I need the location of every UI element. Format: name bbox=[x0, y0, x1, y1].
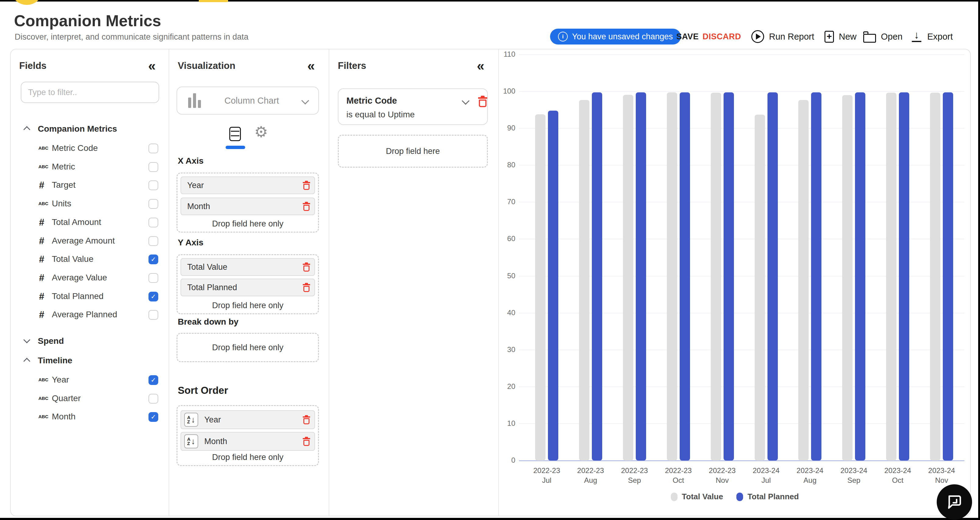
text-type-icon: ABC bbox=[38, 201, 48, 206]
field-checkbox-total-amount[interactable] bbox=[148, 218, 158, 227]
open-label: Open bbox=[881, 32, 902, 42]
field-checkbox-total-value[interactable]: ✓ bbox=[148, 254, 158, 264]
field-checkbox-units[interactable] bbox=[148, 199, 158, 209]
remove-field-trash-icon[interactable] bbox=[303, 437, 310, 446]
run-report-button[interactable]: Run Report bbox=[751, 29, 814, 45]
pill-year[interactable]: AZ↓Year bbox=[180, 410, 315, 429]
new-button[interactable]: New bbox=[824, 29, 856, 45]
legend-item-total-planned[interactable]: Total Planned bbox=[737, 492, 799, 501]
page-subtitle: Discover, interpret, and communicate sig… bbox=[14, 32, 248, 42]
bar-total-planned-8 bbox=[899, 92, 909, 461]
field-item-average-planned: Average Planned bbox=[52, 310, 117, 320]
field-checkbox-month[interactable]: ✓ bbox=[148, 412, 158, 422]
field-checkbox-year[interactable]: ✓ bbox=[148, 375, 158, 385]
sort-order-drop-hint: Drop field here only bbox=[177, 453, 318, 462]
field-checkbox-average-value[interactable] bbox=[148, 273, 158, 283]
pill-label: Year bbox=[187, 181, 303, 190]
y-tick-100: 100 bbox=[476, 87, 515, 95]
x-label-7: 2023-24Sep bbox=[831, 466, 877, 485]
remove-field-trash-icon[interactable] bbox=[303, 283, 310, 292]
x-axis-drop-zone[interactable]: Drop field here only YearMonth bbox=[177, 173, 319, 232]
filter-delete-trash-icon[interactable] bbox=[478, 96, 487, 108]
window-bottom-edge bbox=[0, 518, 980, 520]
field-group-timeline[interactable]: Timeline bbox=[38, 356, 72, 366]
field-group-companion-metrics[interactable]: Companion Metrics bbox=[38, 124, 117, 134]
y-tick-20: 20 bbox=[476, 382, 515, 391]
bar-total-value-6 bbox=[798, 100, 809, 461]
tab-settings gear-icon[interactable]: ⚙ bbox=[254, 124, 268, 140]
y-axis-section-label: Y Axis bbox=[178, 238, 204, 248]
export-button[interactable]: Export bbox=[911, 29, 953, 45]
chevron-down-icon bbox=[301, 97, 309, 104]
field-checkbox-average-amount[interactable] bbox=[148, 236, 158, 246]
field-checkbox-target[interactable] bbox=[148, 180, 158, 190]
pill-month[interactable]: Month bbox=[180, 197, 315, 215]
open-button[interactable]: Open bbox=[863, 29, 902, 45]
bar-total-planned-6 bbox=[811, 92, 821, 461]
chart-type-value: Column Chart bbox=[201, 96, 302, 106]
field-item-average-amount: Average Amount bbox=[52, 236, 115, 246]
field-checkbox-metric[interactable] bbox=[148, 162, 158, 172]
sort-direction-button[interactable]: AZ↓ bbox=[184, 434, 198, 448]
remove-field-trash-icon[interactable] bbox=[303, 262, 310, 272]
discard-button[interactable]: DISCARD bbox=[703, 29, 741, 45]
x-label-8: 2023-24Oct bbox=[875, 466, 921, 485]
x-label-6: 2023-24Aug bbox=[787, 466, 833, 485]
field-item-quarter: Quarter bbox=[52, 393, 81, 403]
filters-drop-zone[interactable]: Drop field here bbox=[338, 135, 488, 168]
save-button[interactable]: SAVE bbox=[676, 29, 699, 45]
filter-expand-chevron-icon[interactable] bbox=[461, 97, 469, 105]
sort-direction-button[interactable]: AZ↓ bbox=[184, 413, 198, 427]
number-type-icon: # bbox=[39, 273, 44, 283]
chart-type-select[interactable]: Column Chart bbox=[177, 87, 319, 114]
bar-total-planned-9 bbox=[943, 92, 953, 461]
sort-order-section-label: Sort Order bbox=[178, 385, 228, 396]
legend-dot bbox=[671, 493, 678, 501]
bar-total-planned-3 bbox=[680, 92, 690, 461]
y-tick-70: 70 bbox=[476, 197, 515, 206]
x-label-3: 2022-23Oct bbox=[655, 466, 701, 485]
remove-field-trash-icon[interactable] bbox=[303, 181, 310, 190]
field-item-units: Units bbox=[52, 199, 72, 208]
y-axis-drop-zone[interactable]: Drop field here only Total ValueTotal Pl… bbox=[177, 254, 319, 314]
pill-total-planned[interactable]: Total Planned bbox=[180, 278, 315, 296]
pill-total-value[interactable]: Total Value bbox=[180, 258, 315, 276]
brand-tab-marker bbox=[199, 0, 228, 2]
y-tick-50: 50 bbox=[476, 272, 515, 280]
sort-order-drop-zone[interactable]: Drop field here only AZ↓YearAZ↓Month bbox=[177, 405, 319, 466]
field-item-total-value: Total Value bbox=[52, 254, 93, 264]
filter-card: Metric Code is equal to Uptime bbox=[338, 88, 488, 125]
breakdown-drop-zone[interactable]: Drop field here only bbox=[177, 333, 319, 362]
y-tick-90: 90 bbox=[476, 124, 515, 132]
field-checkbox-quarter[interactable] bbox=[148, 394, 158, 404]
fields-filter-input[interactable] bbox=[21, 82, 159, 103]
filters-collapse-button[interactable]: « bbox=[477, 59, 483, 73]
pill-year[interactable]: Year bbox=[180, 177, 315, 194]
visualization-collapse-button[interactable]: « bbox=[307, 59, 314, 73]
unsaved-changes-text: You have unsaved changes bbox=[572, 32, 673, 41]
tab-data-fields[interactable] bbox=[229, 127, 241, 141]
chat-fab-button[interactable] bbox=[937, 484, 972, 520]
fields-collapse-button[interactable]: « bbox=[148, 59, 154, 73]
text-type-icon: ABC bbox=[38, 414, 48, 419]
folder-icon bbox=[863, 34, 876, 43]
gridline-100 bbox=[519, 91, 964, 92]
window-top-edge bbox=[0, 0, 980, 2]
field-checkbox-average-planned[interactable] bbox=[148, 310, 158, 320]
number-type-icon: # bbox=[39, 310, 44, 320]
field-checkbox-metric-code[interactable] bbox=[148, 143, 158, 153]
field-item-average-value: Average Value bbox=[52, 273, 107, 283]
pill-month[interactable]: AZ↓Month bbox=[180, 432, 315, 451]
text-type-icon: ABC bbox=[38, 164, 48, 169]
remove-field-trash-icon[interactable] bbox=[303, 415, 310, 425]
bar-total-value-3 bbox=[667, 92, 677, 461]
number-type-icon: # bbox=[39, 218, 44, 227]
field-group-spend[interactable]: Spend bbox=[38, 336, 64, 346]
bar-total-value-7 bbox=[842, 95, 853, 461]
legend-item-total-value[interactable]: Total Value bbox=[671, 492, 723, 501]
text-type-icon: ABC bbox=[38, 377, 48, 382]
page-title: Companion Metrics bbox=[14, 11, 161, 30]
remove-field-trash-icon[interactable] bbox=[303, 202, 310, 211]
x-axis-drop-hint: Drop field here only bbox=[177, 219, 318, 229]
field-checkbox-total-planned[interactable]: ✓ bbox=[148, 292, 158, 301]
